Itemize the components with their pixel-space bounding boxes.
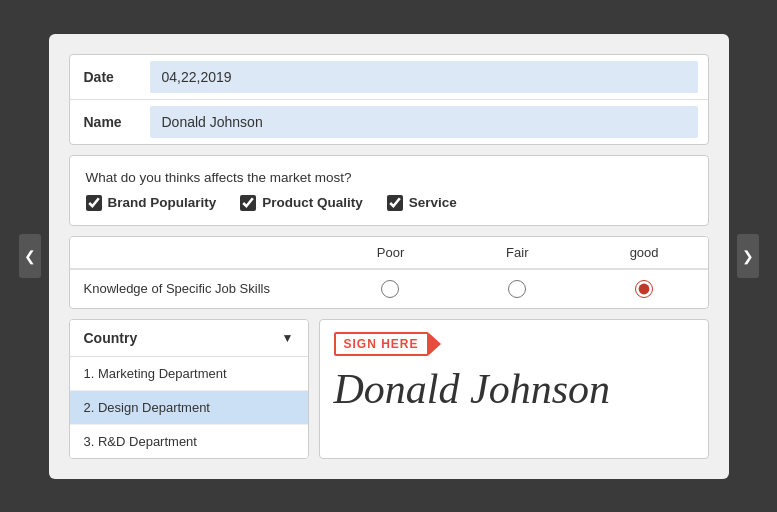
radio-fair-0[interactable] — [454, 270, 581, 308]
checkbox-quality-label: Product Quality — [262, 195, 363, 210]
radio-good-0[interactable] — [581, 270, 708, 308]
rating-header: Poor Fair good — [70, 237, 708, 269]
checkbox-quality-input[interactable] — [240, 195, 256, 211]
radio-poor-0[interactable] — [327, 270, 454, 308]
dropdown-item-text-1: Design Department — [98, 400, 210, 415]
checkbox-brand-input[interactable] — [86, 195, 102, 211]
dropdown-arrow-icon: ▼ — [282, 331, 294, 345]
main-container: ❮ Date 04,22,2019 Name Donald Johnson Wh… — [49, 34, 729, 479]
radio-poor-input-0[interactable] — [381, 280, 399, 298]
rating-header-empty — [70, 237, 328, 268]
dropdown-item-1[interactable]: 2. Design Department — [70, 391, 308, 425]
checkbox-service[interactable]: Service — [387, 195, 457, 211]
dropdown-item-num-2: 3 — [84, 434, 91, 449]
dropdown-list: 1. Marketing Department 2. Design Depart… — [70, 357, 308, 458]
checkbox-row: Brand Popularity Product Quality Service — [86, 195, 692, 211]
checkbox-section: What do you thinks affects the market mo… — [69, 155, 709, 226]
name-row: Name Donald Johnson — [70, 100, 708, 144]
rating-section: Poor Fair good Knowledge of Specific Job… — [69, 236, 709, 309]
checkbox-quality[interactable]: Product Quality — [240, 195, 363, 211]
dropdown-item-num-1: 2 — [84, 400, 91, 415]
rating-row-label-0: Knowledge of Specific Job Skills — [70, 271, 328, 306]
bottom-section: Country ▼ 1. Marketing Department 2. Des… — [69, 319, 709, 459]
name-label: Name — [70, 104, 150, 140]
dropdown-item-text-0: Marketing Department — [98, 366, 227, 381]
chevron-right-icon: ❯ — [742, 248, 754, 264]
date-value: 04,22,2019 — [150, 61, 698, 93]
dropdown-label: Country — [84, 330, 138, 346]
nav-arrow-right[interactable]: ❯ — [737, 234, 759, 278]
dropdown-item-0[interactable]: 1. Marketing Department — [70, 357, 308, 391]
checkbox-brand[interactable]: Brand Popularity — [86, 195, 217, 211]
checkbox-service-label: Service — [409, 195, 457, 210]
signature-section: SIGN HERE Donald Johnson — [319, 319, 709, 459]
sign-here-label: SIGN HERE — [334, 332, 429, 356]
chevron-left-icon: ❮ — [24, 248, 36, 264]
nav-arrow-left[interactable]: ❮ — [19, 234, 41, 278]
rating-col-fair: Fair — [454, 237, 581, 268]
checkbox-service-input[interactable] — [387, 195, 403, 211]
sign-here-badge: SIGN HERE — [334, 332, 441, 356]
date-row: Date 04,22,2019 — [70, 55, 708, 100]
dropdown-item-text-2: R&D Department — [98, 434, 197, 449]
dropdown-item-2[interactable]: 3. R&D Department — [70, 425, 308, 458]
rating-col-good: good — [581, 237, 708, 268]
name-value: Donald Johnson — [150, 106, 698, 138]
dropdown-header[interactable]: Country ▼ — [70, 320, 308, 357]
checkbox-brand-label: Brand Popularity — [108, 195, 217, 210]
date-label: Date — [70, 59, 150, 95]
rating-col-poor: Poor — [327, 237, 454, 268]
rating-row-0: Knowledge of Specific Job Skills — [70, 269, 708, 308]
date-name-section: Date 04,22,2019 Name Donald Johnson — [69, 54, 709, 145]
dropdown-item-num-0: 1 — [84, 366, 91, 381]
signature-text: Donald Johnson — [334, 368, 611, 410]
radio-fair-input-0[interactable] — [508, 280, 526, 298]
sign-here-arrow-icon — [429, 333, 441, 355]
checkbox-question: What do you thinks affects the market mo… — [86, 170, 692, 185]
radio-good-input-0[interactable] — [635, 280, 653, 298]
dropdown-section: Country ▼ 1. Marketing Department 2. Des… — [69, 319, 309, 459]
